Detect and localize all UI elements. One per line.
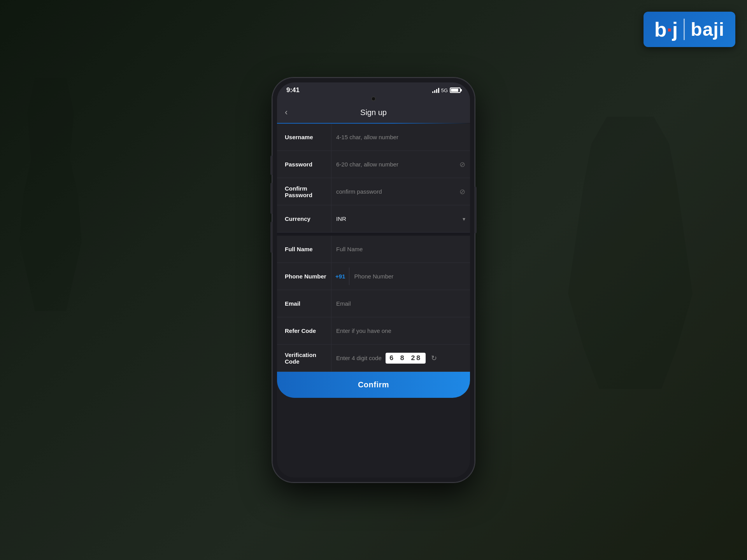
username-input-area[interactable] [331,124,470,150]
phone-label: Phone Number [277,263,331,290]
currency-label: Currency [277,205,331,232]
password-label: Password [277,151,331,178]
bj-text: b·j [654,19,678,40]
refer-code-row: Refer Code [277,317,470,345]
signal-bars [432,88,439,93]
confirm-password-row: Confirm Password ⊘ [277,178,470,205]
phone-outer-shell: 9:41 5G [272,78,475,482]
dot-icon: · [666,18,672,41]
app-header: ‹ Sign up [277,103,470,123]
phone-screen: 9:41 5G [277,82,470,478]
phone-btn-silent [270,156,272,175]
refer-code-label: Refer Code [277,317,331,344]
username-input[interactable] [336,134,465,140]
currency-value: INR [336,215,346,222]
signal-bar-1 [432,91,433,93]
logo-divider [684,19,685,40]
status-bar: 9:41 5G [277,82,470,96]
status-icons: 5G [432,88,461,93]
verification-input-area[interactable]: Enter 4 digit code 6 8 28 ↻ [331,345,470,371]
section-gap [277,233,470,236]
confirm-button[interactable]: Confirm [277,372,470,398]
battery-icon [450,88,461,93]
phone-btn-vol-down [270,222,272,253]
fullname-row: Full Name [277,236,470,263]
phone-country-code[interactable]: +91 [331,268,349,285]
front-camera [371,96,376,101]
signal-bar-4 [438,88,439,93]
email-input[interactable] [336,300,465,307]
captcha-refresh-icon[interactable]: ↻ [431,354,437,362]
brand-name: baji [691,19,724,40]
currency-select-area[interactable]: INR ▾ [331,205,470,232]
confirm-password-input-area[interactable]: ⊘ [331,178,470,205]
email-input-area[interactable] [331,290,470,317]
status-time: 9:41 [286,86,300,94]
network-type: 5G [441,88,448,93]
signal-bar-3 [436,89,437,93]
currency-dropdown-arrow[interactable]: ▾ [463,216,465,222]
username-label: Username [277,124,331,150]
verification-placeholder: Enter 4 digit code [336,355,382,361]
refer-code-input[interactable] [336,327,465,334]
verification-row: Verification Code Enter 4 digit code 6 8… [277,345,470,372]
verification-label: Verification Code [277,345,331,371]
phone-btn-power [475,187,477,233]
fullname-input[interactable] [336,246,465,252]
battery-fill [451,89,458,92]
phone-row: Phone Number +91 [277,263,470,290]
camera-area [277,96,470,103]
confirm-password-toggle-icon[interactable]: ⊘ [459,187,465,196]
fullname-label: Full Name [277,236,331,262]
page-title: Sign up [360,108,387,117]
password-row: Password ⊘ [277,151,470,178]
signup-form: Username Password ⊘ Confirm Password [277,124,470,478]
refer-code-input-area[interactable] [331,317,470,344]
phone-btn-vol-up [270,183,272,214]
signal-bar-2 [434,90,435,93]
confirm-password-label: Confirm Password [277,178,331,205]
confirm-password-input[interactable] [336,188,465,195]
password-input[interactable] [336,161,465,168]
baji-logo: b·j baji [644,12,735,47]
password-input-area[interactable]: ⊘ [331,151,470,178]
username-row: Username [277,124,470,151]
captcha-image: 6 8 28 [386,353,426,364]
phone-input-area[interactable]: +91 [331,263,470,290]
currency-row: Currency INR ▾ [277,205,470,233]
phone-mockup: 9:41 5G [272,78,475,482]
email-label: Email [277,290,331,317]
back-button[interactable]: ‹ [285,107,288,117]
fullname-input-area[interactable] [331,236,470,262]
phone-input[interactable] [349,268,470,285]
password-toggle-icon[interactable]: ⊘ [459,160,465,169]
email-row: Email [277,290,470,317]
